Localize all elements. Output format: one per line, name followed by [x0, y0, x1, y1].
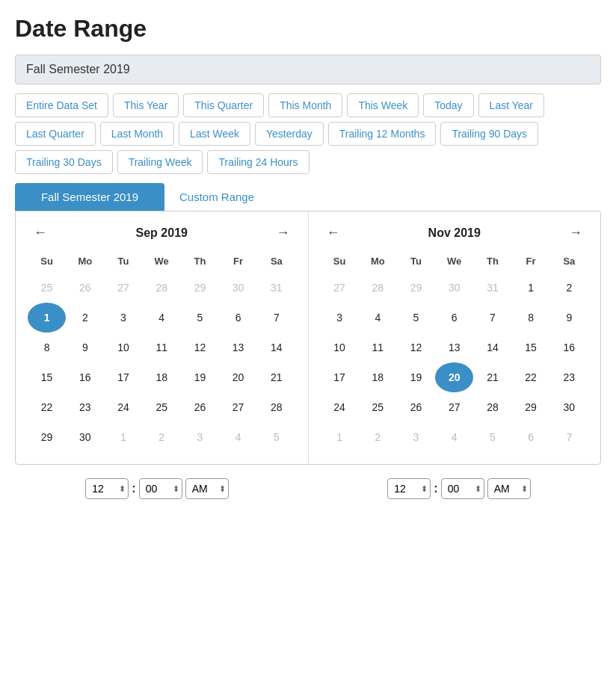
- quick-option-entire-data-set[interactable]: Entire Data Set: [15, 93, 108, 117]
- cal-day-left-30[interactable]: 30: [66, 422, 104, 452]
- quick-option-yesterday[interactable]: Yesterday: [255, 122, 324, 146]
- cal-day-left-21[interactable]: 21: [257, 362, 295, 392]
- cal-day-right-28[interactable]: 28: [473, 392, 511, 422]
- cal-day-left-29[interactable]: 29: [28, 422, 66, 452]
- cal-day-right-29[interactable]: 29: [512, 392, 550, 422]
- quick-option-today[interactable]: Today: [423, 93, 473, 117]
- cal-day-right-1[interactable]: 1: [512, 273, 550, 303]
- page-title: Date Range: [15, 15, 601, 43]
- cal-day-right-25[interactable]: 25: [359, 392, 397, 422]
- cal-day-left-26[interactable]: 26: [181, 392, 219, 422]
- cal-day-left-3[interactable]: 3: [104, 303, 142, 333]
- cal-day-left-19[interactable]: 19: [181, 362, 219, 392]
- cal-day-right-2[interactable]: 2: [550, 273, 588, 303]
- cal-day-left-27[interactable]: 27: [219, 392, 257, 422]
- quick-option-this-month[interactable]: This Month: [268, 93, 342, 117]
- cal-day-right-23[interactable]: 23: [550, 362, 588, 392]
- tab-fall-semester[interactable]: Fall Semester 2019: [15, 183, 164, 211]
- cal-day-right-16[interactable]: 16: [550, 333, 588, 362]
- cal-day-left-15[interactable]: 15: [28, 362, 66, 392]
- cal-day-right-18[interactable]: 18: [359, 362, 397, 392]
- cal-day-left-2[interactable]: 2: [66, 303, 104, 333]
- minute-select-right-time[interactable]: 00153045: [441, 478, 484, 499]
- cal-day-right-13[interactable]: 13: [435, 333, 473, 362]
- cal-day-right-5[interactable]: 5: [397, 303, 435, 333]
- cal-day-left-28[interactable]: 28: [257, 392, 295, 422]
- cal-prev-right[interactable]: ←: [321, 223, 346, 242]
- period-select-right-time[interactable]: AMPM: [487, 478, 531, 499]
- cal-day-left-17[interactable]: 17: [104, 362, 142, 392]
- cal-day-right-27[interactable]: 27: [435, 392, 473, 422]
- cal-day-left-16[interactable]: 16: [66, 362, 104, 392]
- cal-header-fr: Fr: [512, 253, 550, 273]
- quick-option-last-quarter[interactable]: Last Quarter: [15, 122, 96, 146]
- cal-day-left-8[interactable]: 8: [28, 333, 66, 362]
- quick-option-this-quarter[interactable]: This Quarter: [183, 93, 264, 117]
- calendars-container: ←Sep 2019→SuMoTuWeThFrSa2526272829303112…: [15, 211, 601, 465]
- time-group-right-time: 010203040506070809101112:00153045AMPM: [317, 478, 601, 499]
- cal-prev-left[interactable]: ←: [28, 223, 53, 242]
- cal-day-left-10[interactable]: 10: [104, 333, 142, 362]
- quick-option-last-week[interactable]: Last Week: [179, 122, 250, 146]
- cal-day-left-14[interactable]: 14: [257, 333, 295, 362]
- cal-day-left-22[interactable]: 22: [28, 392, 66, 422]
- cal-day-left-26: 26: [66, 273, 104, 303]
- hour-select-left-time[interactable]: 010203040506070809101112: [85, 478, 129, 499]
- cal-next-right[interactable]: →: [563, 223, 588, 242]
- cal-day-left-5[interactable]: 5: [181, 303, 219, 333]
- cal-day-right-17[interactable]: 17: [321, 362, 359, 392]
- quick-option-trailing-30-days[interactable]: Trailing 30 Days: [15, 150, 113, 174]
- cal-day-right-4[interactable]: 4: [359, 303, 397, 333]
- quick-option-trailing-90-days[interactable]: Trailing 90 Days: [440, 122, 538, 146]
- cal-day-right-31: 31: [473, 273, 511, 303]
- quick-option-last-year[interactable]: Last Year: [478, 93, 544, 117]
- cal-day-right-12[interactable]: 12: [397, 333, 435, 362]
- cal-day-left-12[interactable]: 12: [181, 333, 219, 362]
- quick-option-this-week[interactable]: This Week: [347, 93, 419, 117]
- calendar-right: ←Nov 2019→SuMoTuWeThFrSa2728293031123456…: [309, 211, 601, 464]
- cal-day-right-10[interactable]: 10: [321, 333, 359, 362]
- cal-day-left-13[interactable]: 13: [219, 333, 257, 362]
- cal-day-right-26[interactable]: 26: [397, 392, 435, 422]
- cal-day-right-22[interactable]: 22: [512, 362, 550, 392]
- cal-day-right-11[interactable]: 11: [359, 333, 397, 362]
- cal-day-right-19[interactable]: 19: [397, 362, 435, 392]
- cal-day-right-3[interactable]: 3: [321, 303, 359, 333]
- cal-day-left-18[interactable]: 18: [143, 362, 181, 392]
- cal-day-left-6[interactable]: 6: [219, 303, 257, 333]
- cal-header-su: Su: [321, 253, 359, 273]
- cal-day-right-20[interactable]: 20: [435, 362, 473, 392]
- quick-option-trailing-24-hours[interactable]: Trailing 24 Hours: [207, 150, 309, 174]
- cal-day-right-7[interactable]: 7: [473, 303, 511, 333]
- tab-custom-range[interactable]: Custom Range: [164, 183, 269, 211]
- cal-day-left-7[interactable]: 7: [257, 303, 295, 333]
- cal-day-right-8[interactable]: 8: [512, 303, 550, 333]
- calendar-left: ←Sep 2019→SuMoTuWeThFrSa2526272829303112…: [16, 211, 309, 464]
- quick-option-last-month[interactable]: Last Month: [100, 122, 174, 146]
- cal-day-right-1: 1: [321, 422, 359, 452]
- cal-day-left-20[interactable]: 20: [219, 362, 257, 392]
- cal-day-left-23[interactable]: 23: [66, 392, 104, 422]
- cal-day-left-1[interactable]: 1: [28, 303, 66, 333]
- cal-day-left-11[interactable]: 11: [143, 333, 181, 362]
- cal-day-left-25[interactable]: 25: [143, 392, 181, 422]
- cal-header-tu: Tu: [397, 253, 435, 273]
- cal-day-left-24[interactable]: 24: [104, 392, 142, 422]
- cal-day-right-15[interactable]: 15: [512, 333, 550, 362]
- cal-day-left-9[interactable]: 9: [66, 333, 104, 362]
- cal-next-left[interactable]: →: [270, 223, 295, 242]
- quick-option-this-year[interactable]: This Year: [113, 93, 179, 117]
- quick-option-trailing-12-months[interactable]: Trailing 12 Months: [328, 122, 437, 146]
- cal-day-right-9[interactable]: 9: [550, 303, 588, 333]
- quick-option-trailing-week[interactable]: Trailing Week: [117, 150, 203, 174]
- cal-day-right-6[interactable]: 6: [435, 303, 473, 333]
- cal-day-right-30[interactable]: 30: [550, 392, 588, 422]
- cal-day-right-30: 30: [435, 273, 473, 303]
- cal-day-right-21[interactable]: 21: [473, 362, 511, 392]
- cal-day-right-14[interactable]: 14: [473, 333, 511, 362]
- cal-day-left-4[interactable]: 4: [143, 303, 181, 333]
- hour-select-right-time[interactable]: 010203040506070809101112: [387, 478, 431, 499]
- cal-day-right-24[interactable]: 24: [321, 392, 359, 422]
- minute-select-left-time[interactable]: 00153045: [139, 478, 182, 499]
- period-select-left-time[interactable]: AMPM: [185, 478, 229, 499]
